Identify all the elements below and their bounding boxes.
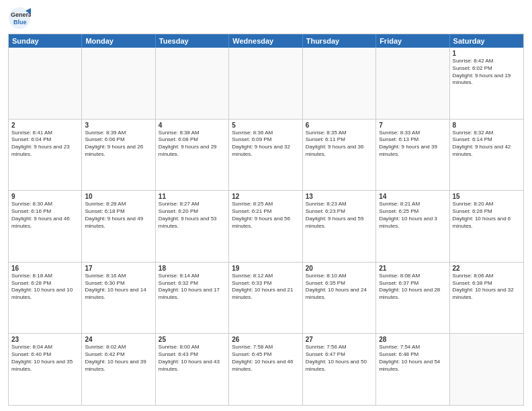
day-info: Sunrise: 8:33 AM Sunset: 6:13 PM Dayligh… <box>379 130 446 158</box>
header: General Blue <box>8 7 524 30</box>
calendar-cell: 16Sunrise: 8:18 AM Sunset: 6:28 PM Dayli… <box>9 263 82 334</box>
calendar-cell: 27Sunrise: 7:56 AM Sunset: 6:47 PM Dayli… <box>303 334 376 405</box>
day-number: 16 <box>11 265 79 272</box>
calendar-cell: 21Sunrise: 8:08 AM Sunset: 6:37 PM Dayli… <box>376 263 449 334</box>
calendar-cell: 20Sunrise: 8:10 AM Sunset: 6:35 PM Dayli… <box>303 263 376 334</box>
calendar-cell <box>156 48 229 119</box>
calendar-cell <box>9 48 82 119</box>
day-number: 13 <box>306 193 373 200</box>
day-number: 17 <box>85 265 152 272</box>
calendar-cell: 14Sunrise: 8:21 AM Sunset: 6:25 PM Dayli… <box>376 191 449 262</box>
day-info: Sunrise: 8:18 AM Sunset: 6:28 PM Dayligh… <box>11 273 79 302</box>
calendar-cell: 6Sunrise: 8:35 AM Sunset: 6:11 PM Daylig… <box>303 120 376 191</box>
day-info: Sunrise: 8:41 AM Sunset: 6:04 PM Dayligh… <box>11 130 79 158</box>
calendar-cell <box>229 48 302 119</box>
day-number: 20 <box>306 265 373 272</box>
day-info: Sunrise: 8:27 AM Sunset: 6:20 PM Dayligh… <box>159 201 226 230</box>
page: General Blue SundayMondayTuesdayWednesda… <box>0 0 532 411</box>
day-number: 21 <box>379 265 446 272</box>
calendar-header-cell: Friday <box>376 34 449 48</box>
day-number: 6 <box>306 122 373 129</box>
calendar-week-row: 16Sunrise: 8:18 AM Sunset: 6:28 PM Dayli… <box>9 263 523 334</box>
calendar-cell: 23Sunrise: 8:04 AM Sunset: 6:40 PM Dayli… <box>9 334 82 405</box>
calendar-cell: 11Sunrise: 8:27 AM Sunset: 6:20 PM Dayli… <box>156 191 229 262</box>
day-info: Sunrise: 8:12 AM Sunset: 6:33 PM Dayligh… <box>232 273 299 302</box>
day-number: 25 <box>159 336 226 343</box>
calendar-cell: 26Sunrise: 7:58 AM Sunset: 6:45 PM Dayli… <box>229 334 302 405</box>
calendar-cell: 17Sunrise: 8:16 AM Sunset: 6:30 PM Dayli… <box>82 263 155 334</box>
day-info: Sunrise: 8:35 AM Sunset: 6:11 PM Dayligh… <box>306 130 373 158</box>
day-info: Sunrise: 8:28 AM Sunset: 6:18 PM Dayligh… <box>85 201 152 230</box>
calendar-cell: 1Sunrise: 8:42 AM Sunset: 6:02 PM Daylig… <box>450 48 523 119</box>
calendar-cell: 15Sunrise: 8:20 AM Sunset: 6:26 PM Dayli… <box>450 191 523 262</box>
day-info: Sunrise: 8:32 AM Sunset: 6:14 PM Dayligh… <box>453 130 521 158</box>
day-number: 2 <box>11 122 79 129</box>
calendar-cell: 25Sunrise: 8:00 AM Sunset: 6:43 PM Dayli… <box>156 334 229 405</box>
day-info: Sunrise: 8:08 AM Sunset: 6:37 PM Dayligh… <box>379 273 446 302</box>
day-number: 11 <box>159 193 226 200</box>
calendar-cell: 7Sunrise: 8:33 AM Sunset: 6:13 PM Daylig… <box>376 120 449 191</box>
day-info: Sunrise: 8:38 AM Sunset: 6:08 PM Dayligh… <box>159 130 226 158</box>
calendar-cell <box>303 48 376 119</box>
calendar-cell: 22Sunrise: 8:06 AM Sunset: 6:38 PM Dayli… <box>450 263 523 334</box>
day-number: 15 <box>453 193 521 200</box>
calendar-cell: 28Sunrise: 7:54 AM Sunset: 6:48 PM Dayli… <box>376 334 449 405</box>
calendar-header-cell: Sunday <box>9 34 82 48</box>
day-number: 8 <box>453 122 521 129</box>
day-info: Sunrise: 8:36 AM Sunset: 6:09 PM Dayligh… <box>232 130 299 158</box>
day-number: 18 <box>159 265 226 272</box>
day-info: Sunrise: 7:54 AM Sunset: 6:48 PM Dayligh… <box>379 344 446 373</box>
day-info: Sunrise: 8:23 AM Sunset: 6:23 PM Dayligh… <box>306 201 373 230</box>
day-number: 1 <box>453 50 521 57</box>
calendar-week-row: 1Sunrise: 8:42 AM Sunset: 6:02 PM Daylig… <box>9 48 523 120</box>
day-info: Sunrise: 7:56 AM Sunset: 6:47 PM Dayligh… <box>306 344 373 373</box>
calendar-cell: 19Sunrise: 8:12 AM Sunset: 6:33 PM Dayli… <box>229 263 302 334</box>
calendar-cell: 2Sunrise: 8:41 AM Sunset: 6:04 PM Daylig… <box>9 120 82 191</box>
day-number: 7 <box>379 122 446 129</box>
day-info: Sunrise: 8:42 AM Sunset: 6:02 PM Dayligh… <box>453 58 521 87</box>
day-number: 27 <box>306 336 373 343</box>
calendar-cell <box>82 48 155 119</box>
day-info: Sunrise: 8:04 AM Sunset: 6:40 PM Dayligh… <box>11 344 79 373</box>
day-info: Sunrise: 8:21 AM Sunset: 6:25 PM Dayligh… <box>379 201 446 230</box>
calendar: SundayMondayTuesdayWednesdayThursdayFrid… <box>8 34 524 406</box>
svg-text:Blue: Blue <box>13 19 27 26</box>
day-number: 5 <box>232 122 299 129</box>
calendar-header-cell: Monday <box>82 34 155 48</box>
day-number: 23 <box>11 336 79 343</box>
calendar-header-cell: Thursday <box>303 34 376 48</box>
day-info: Sunrise: 8:25 AM Sunset: 6:21 PM Dayligh… <box>232 201 299 230</box>
day-info: Sunrise: 8:14 AM Sunset: 6:32 PM Dayligh… <box>159 273 226 302</box>
day-number: 28 <box>379 336 446 343</box>
calendar-week-row: 2Sunrise: 8:41 AM Sunset: 6:04 PM Daylig… <box>9 120 523 191</box>
calendar-cell: 13Sunrise: 8:23 AM Sunset: 6:23 PM Dayli… <box>303 191 376 262</box>
calendar-cell: 5Sunrise: 8:36 AM Sunset: 6:09 PM Daylig… <box>229 120 302 191</box>
day-info: Sunrise: 8:39 AM Sunset: 6:06 PM Dayligh… <box>85 130 152 158</box>
calendar-header-cell: Wednesday <box>229 34 302 48</box>
calendar-header-cell: Tuesday <box>156 34 229 48</box>
calendar-header: SundayMondayTuesdayWednesdayThursdayFrid… <box>9 34 523 48</box>
day-number: 19 <box>232 265 299 272</box>
calendar-cell: 12Sunrise: 8:25 AM Sunset: 6:21 PM Dayli… <box>229 191 302 262</box>
calendar-cell: 4Sunrise: 8:38 AM Sunset: 6:08 PM Daylig… <box>156 120 229 191</box>
day-info: Sunrise: 8:06 AM Sunset: 6:38 PM Dayligh… <box>453 273 521 302</box>
day-number: 22 <box>453 265 521 272</box>
day-number: 3 <box>85 122 152 129</box>
day-number: 24 <box>85 336 152 343</box>
day-number: 9 <box>11 193 79 200</box>
day-info: Sunrise: 8:20 AM Sunset: 6:26 PM Dayligh… <box>453 201 521 230</box>
logo: General Blue <box>8 7 31 30</box>
logo-svg: General Blue <box>8 7 31 30</box>
day-info: Sunrise: 8:16 AM Sunset: 6:30 PM Dayligh… <box>85 273 152 302</box>
day-number: 14 <box>379 193 446 200</box>
calendar-cell <box>376 48 449 119</box>
calendar-cell <box>450 334 523 405</box>
day-number: 26 <box>232 336 299 343</box>
day-info: Sunrise: 8:30 AM Sunset: 6:16 PM Dayligh… <box>11 201 79 230</box>
day-info: Sunrise: 8:02 AM Sunset: 6:42 PM Dayligh… <box>85 344 152 373</box>
day-info: Sunrise: 7:58 AM Sunset: 6:45 PM Dayligh… <box>232 344 299 373</box>
day-info: Sunrise: 8:00 AM Sunset: 6:43 PM Dayligh… <box>159 344 226 373</box>
calendar-body: 1Sunrise: 8:42 AM Sunset: 6:02 PM Daylig… <box>9 48 523 405</box>
calendar-cell: 9Sunrise: 8:30 AM Sunset: 6:16 PM Daylig… <box>9 191 82 262</box>
calendar-cell: 8Sunrise: 8:32 AM Sunset: 6:14 PM Daylig… <box>450 120 523 191</box>
